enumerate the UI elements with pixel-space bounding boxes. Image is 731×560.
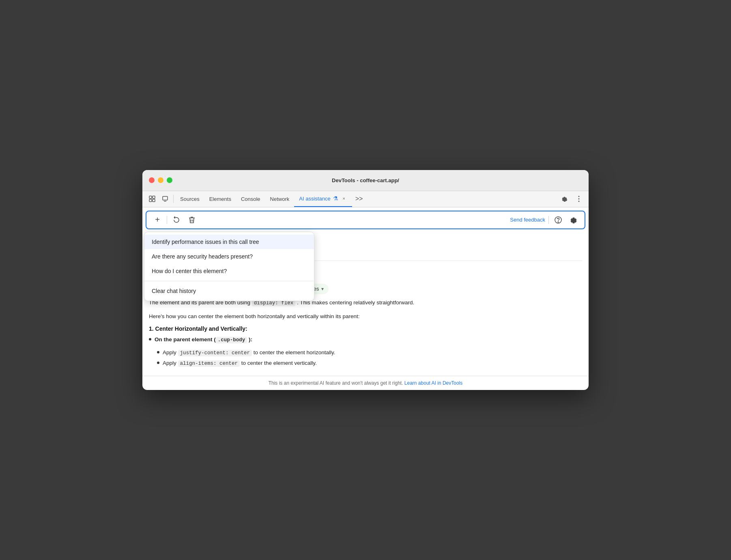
maximize-button[interactable] [167, 177, 172, 183]
response-para-2: Here's how you can center the element bo… [149, 312, 582, 321]
svg-point-8 [578, 201, 580, 202]
settings-icon[interactable] [558, 192, 571, 205]
close-button[interactable] [149, 177, 155, 183]
toolbar-left: + [151, 214, 198, 226]
ai-toolbar-container: + Send feedback [142, 211, 589, 229]
history-button[interactable] [170, 214, 183, 226]
svg-rect-1 [153, 196, 155, 198]
new-chat-button[interactable]: + [151, 214, 163, 226]
parent-item-content: On the parent element (.cup-body ): [155, 335, 252, 344]
svg-point-10 [558, 222, 559, 222]
parent-heading: On the parent element (.cup-body ): [155, 336, 252, 342]
tab-separator [173, 195, 174, 203]
clear-chat-label: Clear chat history [152, 288, 196, 294]
svg-rect-5 [164, 201, 166, 202]
toolbar-separator-2 [548, 216, 549, 224]
bullet-dot [149, 338, 151, 340]
tab-ai-close[interactable]: × [341, 195, 347, 202]
window-controls [149, 177, 172, 183]
footer-link[interactable]: Learn about AI in DevTools [404, 380, 462, 386]
more-options-icon[interactable] [572, 192, 585, 205]
dropdown-item-3[interactable]: How do I center this element? [144, 264, 314, 278]
clear-chat-history-item[interactable]: Clear chat history [144, 284, 314, 298]
bullet1-code: justify-content: center [178, 350, 252, 356]
dropdown-item-2-label: Are there any security headers present? [152, 253, 253, 260]
svg-point-6 [578, 196, 580, 197]
devtools-tabs: Sources Elements Console Network AI assi… [142, 191, 589, 207]
chevron-down-icon-2: ▾ [321, 286, 324, 292]
sub-bullet-item-1: Apply justify-content: center to center … [157, 348, 582, 357]
dropdown-item-1[interactable]: Identify performance issues in this call… [144, 235, 314, 249]
device-icon[interactable] [159, 192, 172, 205]
flask-icon: ⚗ [333, 195, 338, 202]
response-heading-1: 1. Center Horizontally and Vertically: [149, 325, 582, 332]
svg-rect-3 [153, 199, 155, 202]
tab-right-icons [558, 192, 585, 205]
svg-rect-4 [163, 196, 168, 200]
devtools-window: DevTools - coffee-cart.app/ Sources Elem… [142, 170, 589, 390]
tab-sources[interactable]: Sources [175, 191, 204, 207]
parent-code: .cup-body [216, 337, 247, 343]
dropdown-clear-section: Clear chat history [144, 281, 314, 301]
bullet2-code: align-items: center [178, 360, 240, 367]
footer-text: This is an experimental AI feature and w… [269, 380, 403, 386]
delete-button[interactable] [186, 214, 198, 226]
sub-bullet-list: Apply justify-content: center to center … [157, 348, 582, 368]
dropdown-suggestions: Identify performance issues in this call… [144, 232, 314, 281]
svg-point-7 [578, 198, 580, 200]
dropdown-item-1-label: Identify performance issues in this call… [152, 239, 259, 245]
sub-bullet-dot-2 [157, 362, 159, 364]
dropdown-item-3-label: How do I center this element? [152, 268, 227, 274]
titlebar: DevTools - coffee-cart.app/ [142, 170, 589, 191]
send-feedback-link[interactable]: Send feedback [510, 217, 545, 223]
inspector-icon[interactable] [146, 192, 159, 205]
svg-rect-2 [149, 199, 152, 202]
tab-ai-label: AI assistance [299, 196, 330, 202]
svg-rect-0 [149, 196, 152, 198]
plus-icon: + [155, 215, 160, 224]
tab-console[interactable]: Console [236, 191, 265, 207]
ai-settings-button[interactable] [568, 214, 580, 226]
ai-toolbar: + Send feedback [146, 211, 585, 229]
window-title: DevTools - coffee-cart.app/ [332, 177, 399, 183]
footer-bar: This is an experimental AI feature and w… [142, 376, 589, 390]
dropdown-item-2[interactable]: Are there any security headers present? [144, 249, 314, 264]
sub-bullet-1-content: Apply justify-content: center to center … [163, 348, 335, 357]
parent-bullet-item: On the parent element (.cup-body ): [149, 335, 582, 344]
minimize-button[interactable] [158, 177, 163, 183]
parent-bullet-list: On the parent element (.cup-body ): [149, 335, 582, 344]
sub-bullet-dot-1 [157, 351, 159, 353]
tabs-more-button[interactable]: >> [352, 192, 366, 205]
response-intro-1-end: . This makes centering relatively straig… [297, 299, 414, 306]
toolbar-right [552, 214, 580, 226]
tab-ai-assistance[interactable]: AI assistance ⚗ × [294, 191, 352, 207]
sub-bullet-item-2: Apply align-items: center to center the … [157, 359, 582, 368]
tab-elements[interactable]: Elements [204, 191, 236, 207]
tab-network[interactable]: Network [265, 191, 295, 207]
toolbar-separator [167, 216, 167, 224]
dropdown-menu: Identify performance issues in this call… [144, 232, 314, 301]
sub-bullet-2-content: Apply align-items: center to center the … [163, 359, 317, 368]
help-button[interactable] [552, 214, 564, 226]
